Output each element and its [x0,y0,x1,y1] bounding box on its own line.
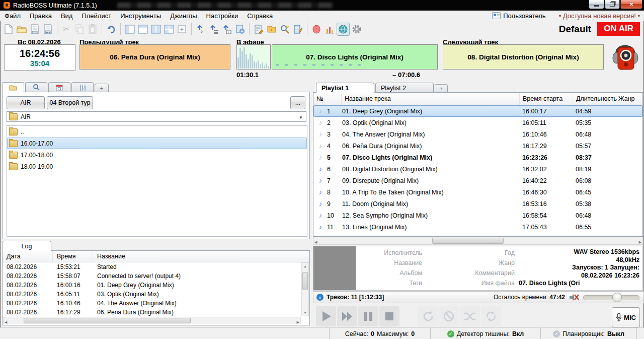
folder-dropdown[interactable]: AIR ▼ [7,111,306,122]
add-track-list-icon[interactable]: ♪ [221,23,233,35]
repeat-button[interactable] [418,306,438,326]
scroll-left-icon[interactable]: ◀ [314,239,317,245]
tab-folders[interactable] [2,82,24,92]
playlist-row[interactable]: ♪304. The Answer (Original Mix)16:10:460… [313,128,642,140]
record-icon[interactable] [310,23,323,35]
col-number[interactable]: № [313,93,342,105]
folder-item[interactable]: .. [7,126,307,138]
tab-playlist-add[interactable]: + [435,84,448,93]
statistics-icon[interactable] [324,23,336,35]
tab-playlist-2[interactable]: Playlist 2 [375,83,434,93]
minimize-button[interactable] [589,0,604,9]
scroll-left-icon[interactable]: ◀ [5,319,7,325]
open-folder-icon[interactable] [16,23,28,35]
scroll-down-icon[interactable]: ▼ [302,309,308,316]
col-genre[interactable]: Жанр [615,93,642,105]
layout-columns-icon[interactable] [150,23,162,35]
playlist-row[interactable]: ♪1012. Sea Sympho (Original Mix)16:58:54… [313,210,642,221]
folder-item[interactable]: 16.00-17.00 [7,138,307,149]
edit-list-icon[interactable] [292,23,304,35]
log-col-date[interactable]: Дата [3,251,53,262]
tab-playlist-1[interactable]: Playlist 1 [316,83,374,93]
tour-root-button[interactable]: 04 Второй тур [47,96,93,109]
log-row[interactable]: 08.02.202615:53:21Started [3,262,309,272]
report-icon[interactable] [253,23,265,35]
pause-button[interactable] [358,306,378,326]
layout-top-panel-icon[interactable] [137,23,149,35]
audio-tools-icon[interactable] [279,23,291,35]
log-col-name[interactable]: Название [93,251,309,262]
new-playlist-icon[interactable] [3,23,15,35]
no-stop-button[interactable] [439,306,459,326]
add-playlist-icon[interactable] [234,23,246,35]
stop-button[interactable] [379,306,399,326]
volume-slider[interactable] [583,293,639,302]
playlist-row[interactable]: ♪101. Deep Grey (Original Mix)16:00:1704… [313,105,642,117]
menu-help[interactable]: Справка [243,12,277,20]
copy-icon[interactable] [73,23,86,35]
log-hscroll-thumb[interactable] [24,318,191,323]
menu-tools[interactable]: Инструменты [116,12,166,20]
shuffle-button[interactable] [460,306,480,326]
playlist-hscroll-thumb[interactable] [432,238,504,244]
volume-track[interactable] [583,295,639,300]
loop-button[interactable] [481,306,501,326]
playlist-row[interactable]: ♪709. Disrepute (Original Mix)16:40:2206… [313,175,642,186]
col-title[interactable]: Название трека [342,93,520,105]
resize-grip[interactable] [636,328,644,339]
preset-name[interactable]: Default [559,24,591,35]
tab-search[interactable] [25,82,47,92]
log-col-time[interactable]: Время [53,251,93,262]
col-start-time[interactable]: Время старта [520,93,573,105]
silence-detector-toggle[interactable]: ✓ Детектор тишины:Вкл [430,328,540,339]
playlist-row[interactable]: ♪1113. Lines (Original Mix)17:05:4306:55 [313,221,642,233]
folder-item[interactable]: 17.00-18.00 [7,149,307,161]
save-icon[interactable] [29,23,41,35]
volume-thumb[interactable] [612,293,622,302]
scheduler-toggle[interactable]: ✓ Планировщик:Выкл [540,328,636,339]
layout-grid-icon[interactable] [163,23,175,35]
fast-forward-button[interactable] [337,306,357,326]
log-vscroll-thumb[interactable] [302,272,308,290]
menu-edit[interactable]: Правка [25,12,56,20]
folder-item[interactable]: 18.00-19.00 [7,161,307,172]
music-library-icon[interactable]: ♪ [266,23,278,35]
tab-equalizer[interactable] [71,82,94,92]
log-row[interactable]: 08.02.202616:10:4604. The Answer (Origin… [3,299,309,308]
log-row[interactable]: 08.02.202616:17:2906. Peña Dura (Origina… [3,308,309,317]
playlist-row[interactable]: ♪203. Optik (Original Mix)16:05:1105:35 [313,117,642,128]
update-notice-link[interactable]: • Доступна новая версия! • [559,12,640,20]
log-row[interactable]: 08.02.202616:05:1103. Optik (Original Mi… [3,290,309,299]
log-horizontal-scrollbar[interactable]: ◀ ▶ [3,317,301,324]
air-root-button[interactable]: AIR [7,96,45,109]
add-list-icon[interactable] [208,23,220,35]
tab-add[interactable]: + [95,84,109,92]
user-button[interactable]: Пользователь [492,12,545,20]
playlist-row[interactable]: ♪810. A Trip To Be Taken (Original Mix)1… [313,186,642,198]
tab-log[interactable]: Log [2,241,51,251]
menu-jingles[interactable]: Джинглы [166,12,201,20]
col-duration[interactable]: Длительность [573,93,615,105]
play-button[interactable] [316,306,336,326]
mute-icon[interactable] [568,292,580,302]
scroll-right-icon[interactable]: ▶ [297,319,299,325]
log-row[interactable]: 08.02.202615:58:07Connected to server! (… [3,272,309,281]
menu-playlist[interactable]: Плейлист [77,12,116,20]
log-row[interactable]: 08.02.202616:00:1601. Deep Grey (Origina… [3,281,309,290]
playlist-row[interactable]: ♪608. Digital Distortion (Original Mix)1… [313,163,642,175]
restore-button[interactable] [605,0,620,9]
playlist-row[interactable]: ♪911. Doom (Original Mix)16:53:1605:38 [313,198,642,210]
log-vertical-scrollbar[interactable]: ▲ ▼ [301,262,309,316]
scroll-up-icon[interactable]: ▲ [302,263,308,269]
close-button[interactable]: ✕ [620,0,642,9]
more-button[interactable]: ... [290,96,305,109]
save-as-icon[interactable] [42,23,54,35]
tab-scheduler[interactable] [48,82,70,92]
menu-file[interactable]: Файл [0,12,25,20]
settings-gear-icon[interactable] [351,23,363,35]
playlist-horizontal-scrollbar[interactable]: ◀ ▶ [313,237,643,245]
menu-settings[interactable]: Настройки [202,12,243,20]
web-radio-icon[interactable] [337,23,350,36]
layout-left-panel-icon[interactable] [124,23,136,35]
mic-button[interactable]: MIC [612,307,640,327]
